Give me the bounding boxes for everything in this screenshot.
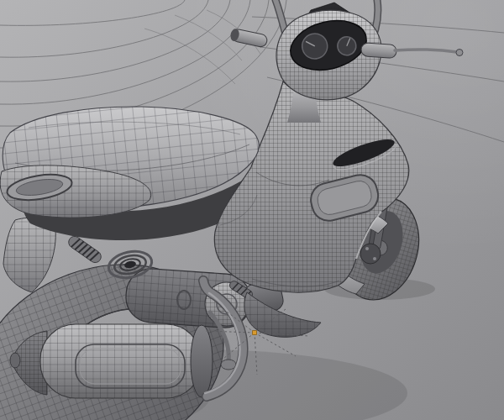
viewport-canvas[interactable] (0, 0, 504, 420)
right-grip (360, 43, 396, 59)
muffler (10, 324, 213, 398)
brake-caliper (360, 244, 381, 264)
muffler-plate (76, 344, 185, 388)
lever-ball-end (456, 50, 463, 56)
muffler-end-cap (191, 325, 213, 397)
render-image[interactable] (0, 0, 504, 420)
pivot-origin-dot[interactable] (253, 331, 257, 335)
muffler-tip (10, 353, 20, 368)
